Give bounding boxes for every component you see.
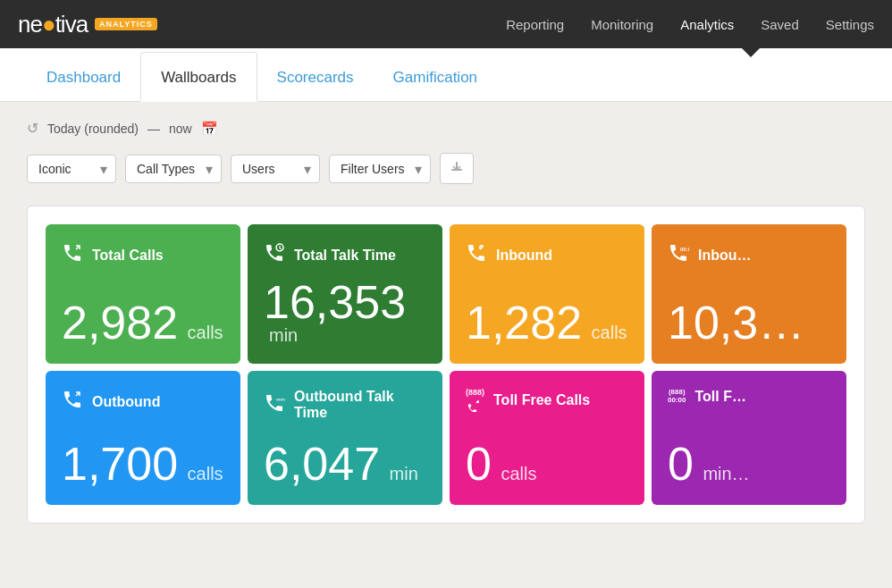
filter-users-select-wrapper: Filter Users <box>329 155 431 183</box>
outbound-icon <box>62 389 83 415</box>
card-toll-free-talk-time-body: 0 min… <box>668 441 830 487</box>
toll-free-talk-time-icon: (888) 00:00 <box>668 389 686 405</box>
card-inbound: Inbound 1,282 calls <box>450 224 644 364</box>
call-types-select[interactable]: Call Types Inbound Outbound <box>125 155 222 183</box>
logo-badge: ANALYTICS <box>95 18 157 30</box>
users-select-wrapper: Users All Users <box>231 155 320 183</box>
card-outbound-talk-time-body: 6,047 min <box>264 441 426 487</box>
date-separator: — <box>147 122 160 136</box>
card-total-calls-unit: calls <box>188 323 223 342</box>
tab-wallboards[interactable]: Wallboards <box>140 52 257 102</box>
card-toll-free-talk-time-unit: min… <box>703 464 749 483</box>
total-talk-time-icon <box>264 242 285 268</box>
date-row: ↺ Today (rounded) — now 📅 <box>27 120 865 137</box>
card-total-calls-title: Total Calls <box>92 248 164 264</box>
card-outbound-header: Outbound <box>62 389 224 415</box>
card-outbound-talk-time-title: Outbound Talk Time <box>294 389 426 421</box>
card-total-talk-time-unit: min <box>269 325 298 345</box>
toll-free-icon: (888) <box>466 389 484 412</box>
card-outbound: Outbound 1,700 calls <box>46 371 240 505</box>
content-area: ↺ Today (rounded) — now 📅 Iconic List Ca… <box>0 102 892 542</box>
card-inbound-talk-time: 00:00 Inbou… 10,3… <box>652 224 846 364</box>
svg-text:00:00: 00:00 <box>680 247 689 252</box>
filter-row: Iconic List Call Types Inbound Outbound … <box>27 153 865 184</box>
card-inbound-title: Inbound <box>496 248 552 264</box>
card-outbound-value: 1,700 <box>62 438 178 490</box>
inbound-talk-time-icon: 00:00 <box>668 242 689 268</box>
card-total-talk-time: Total Talk Time 16,353 min <box>248 224 442 364</box>
svg-rect-1 <box>456 162 458 169</box>
card-total-calls-value: 2,982 <box>62 297 178 349</box>
nav-saved[interactable]: Saved <box>761 17 799 32</box>
card-outbound-talk-time-value: 6,047 <box>264 438 380 490</box>
card-outbound-talk-time: ∞∞∞ Outbound Talk Time 6,047 min <box>248 371 442 505</box>
card-toll-free-talk-time: (888) 00:00 Toll F… 0 min… <box>652 371 846 505</box>
card-toll-free-talk-time-value: 0 <box>668 438 694 490</box>
card-total-talk-time-header: Total Talk Time <box>264 242 426 268</box>
tab-gamification[interactable]: Gamification <box>374 53 497 102</box>
card-toll-free-body: 0 calls <box>466 441 628 487</box>
card-outbound-talk-time-header: ∞∞∞ Outbound Talk Time <box>264 389 426 421</box>
card-inbound-body: 1,282 calls <box>466 299 628 346</box>
card-toll-free-talk-time-header: (888) 00:00 Toll F… <box>668 389 830 405</box>
card-inbound-header: Inbound <box>466 242 628 268</box>
top-nav: ne●tiva ANALYTICS Reporting Monitoring A… <box>0 0 892 48</box>
card-toll-free-value: 0 <box>466 438 492 490</box>
view-select[interactable]: Iconic List <box>27 155 116 183</box>
cards-container: Total Calls 2,982 calls <box>27 206 865 524</box>
card-inbound-value: 1,282 <box>466 297 582 349</box>
card-toll-free-unit: calls <box>501 464 536 483</box>
card-total-talk-time-title: Total Talk Time <box>294 248 396 264</box>
nav-reporting[interactable]: Reporting <box>506 17 564 32</box>
filter-users-select[interactable]: Filter Users <box>329 155 431 183</box>
card-outbound-unit: calls <box>188 464 223 483</box>
outbound-talk-time-icon: ∞∞∞ <box>264 392 285 418</box>
nav-caret <box>742 48 760 57</box>
card-toll-free: (888) Toll Free Calls 0 calls <box>450 371 644 505</box>
refresh-icon[interactable]: ↺ <box>27 120 38 137</box>
card-total-calls-header: Total Calls <box>62 242 224 268</box>
card-total-talk-time-value: 16,353 <box>264 276 406 328</box>
card-inbound-talk-time-title: Inbou… <box>698 248 752 264</box>
logo-text: ne●tiva <box>18 11 88 38</box>
card-inbound-talk-time-value: 10,3… <box>668 297 804 349</box>
call-types-select-wrapper: Call Types Inbound Outbound <box>125 155 222 183</box>
date-now: now <box>169 122 192 136</box>
date-text: Today (rounded) <box>47 122 139 136</box>
view-select-wrapper: Iconic List <box>27 155 116 183</box>
card-outbound-body: 1,700 calls <box>62 441 224 487</box>
nav-monitoring[interactable]: Monitoring <box>591 17 653 32</box>
tab-dashboard[interactable]: Dashboard <box>27 53 140 102</box>
card-total-talk-time-body: 16,353 min <box>264 279 426 346</box>
total-calls-icon <box>62 242 83 268</box>
card-outbound-title: Outbound <box>92 394 160 410</box>
card-toll-free-title: Toll Free Calls <box>493 392 590 408</box>
card-outbound-talk-time-unit: min <box>390 464 418 483</box>
nav-analytics[interactable]: Analytics <box>680 17 734 32</box>
svg-text:∞∞∞: ∞∞∞ <box>276 397 285 402</box>
card-inbound-unit: calls <box>592 323 627 342</box>
card-toll-free-talk-time-title: Toll F… <box>694 389 745 405</box>
nav-settings[interactable]: Settings <box>826 17 874 32</box>
card-inbound-talk-time-header: 00:00 Inbou… <box>668 242 830 268</box>
card-toll-free-header: (888) Toll Free Calls <box>466 389 628 412</box>
cards-grid: Total Calls 2,982 calls <box>46 224 846 505</box>
users-select[interactable]: Users All Users <box>231 155 320 183</box>
tab-scorecards[interactable]: Scorecards <box>257 53 374 102</box>
logo-area: ne●tiva ANALYTICS <box>18 11 157 38</box>
card-total-calls: Total Calls 2,982 calls <box>46 224 240 364</box>
nav-links: Reporting Monitoring Analytics Saved Set… <box>506 17 874 32</box>
inbound-icon <box>466 242 487 268</box>
calendar-icon[interactable]: 📅 <box>201 121 218 137</box>
card-total-calls-body: 2,982 calls <box>62 299 224 346</box>
card-inbound-talk-time-body: 10,3… <box>668 299 830 346</box>
export-button[interactable] <box>440 153 474 184</box>
